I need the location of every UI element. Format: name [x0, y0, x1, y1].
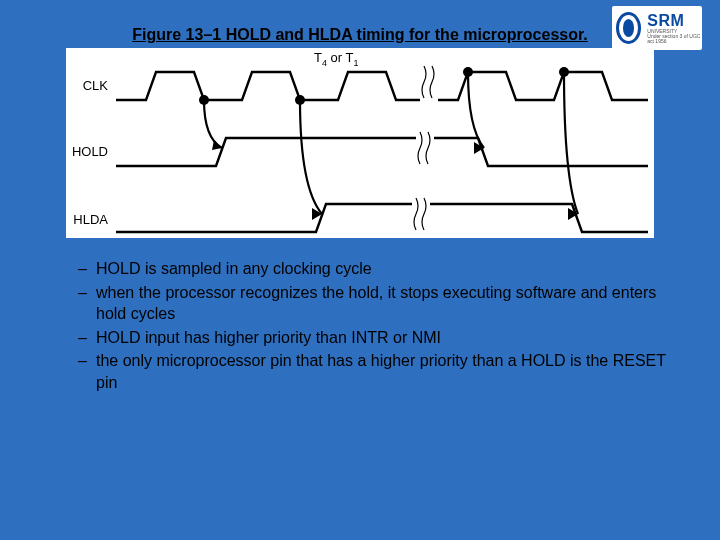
bullet-list: – HOLD is sampled in any clocking cycle …	[78, 258, 672, 396]
figure-caption: Figure 13–1 HOLD and HLDA timing for the…	[0, 26, 720, 44]
timing-diagram: .w{stroke:#000;stroke-width:2.4;fill:non…	[66, 48, 654, 238]
list-item: – when the processor recognizes the hold…	[78, 282, 672, 325]
time-label: T4 or T1	[314, 50, 359, 68]
bullet-dash-icon: –	[78, 282, 96, 325]
dependency-arrows	[199, 67, 578, 220]
signal-label-hold: HOLD	[72, 144, 108, 159]
signal-label-clk: CLK	[83, 78, 109, 93]
list-item: – HOLD is sampled in any clocking cycle	[78, 258, 672, 280]
bullet-dash-icon: –	[78, 350, 96, 393]
list-item: – HOLD input has higher priority than IN…	[78, 327, 672, 349]
bullet-text: the only microprocessor pin that has a h…	[96, 350, 672, 393]
bullet-dash-icon: –	[78, 327, 96, 349]
signal-label-hlda: HLDA	[73, 212, 108, 227]
bullet-dash-icon: –	[78, 258, 96, 280]
list-item: – the only microprocessor pin that has a…	[78, 350, 672, 393]
bullet-text: HOLD input has higher priority than INTR…	[96, 327, 672, 349]
bullet-text: when the processor recognizes the hold, …	[96, 282, 672, 325]
bullet-text: HOLD is sampled in any clocking cycle	[96, 258, 672, 280]
